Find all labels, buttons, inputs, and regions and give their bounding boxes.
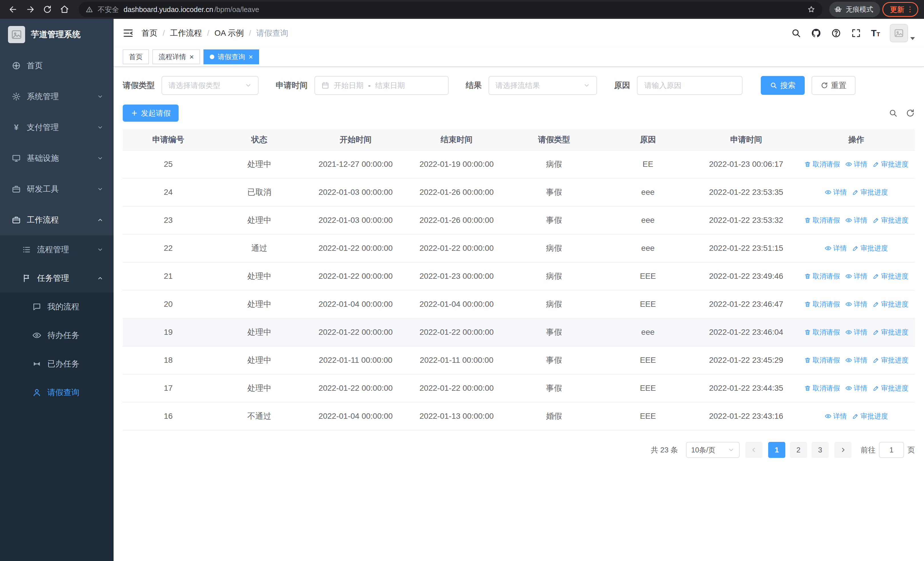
apply-time-range-picker[interactable]: 开始日期 - 结束日期 — [315, 76, 448, 95]
font-size-icon: TT — [871, 29, 880, 38]
cell-start-time: 2022-01-03 00:00:00 — [305, 178, 406, 206]
column-header: 操作 — [798, 129, 915, 150]
detail-link[interactable]: 详情 — [845, 216, 867, 225]
cancel-leave-link[interactable]: 取消请假 — [804, 216, 840, 225]
cell-status: 处理中 — [214, 206, 305, 234]
eye-icon — [845, 273, 852, 280]
search-button[interactable]: 搜索 — [761, 76, 805, 95]
progress-link[interactable]: 审批进度 — [873, 384, 909, 393]
sidebar-item-system-mgmt[interactable]: 系统管理 — [0, 81, 114, 112]
breadcrumb-item[interactable]: 工作流程 — [170, 28, 202, 39]
sidebar-collapse-button[interactable] — [123, 28, 134, 39]
forward-button[interactable] — [23, 2, 38, 17]
fullscreen-button[interactable] — [851, 28, 861, 38]
create-leave-button[interactable]: 发起请假 — [123, 105, 178, 122]
progress-link[interactable]: 审批进度 — [852, 188, 888, 197]
tab-请假查询[interactable]: 请假查询× — [204, 50, 259, 64]
sidebar-item-done-tasks[interactable]: 已办任务 — [0, 350, 114, 378]
cancel-leave-link[interactable]: 取消请假 — [804, 384, 840, 393]
user-menu[interactable] — [890, 24, 915, 42]
page-size-select[interactable]: 10条/页 — [686, 442, 740, 458]
cell-end-time: 2022-01-22 00:00:00 — [406, 234, 507, 262]
sidebar-item-infrastructure[interactable]: 基础设施 — [0, 143, 114, 174]
cell-end-time: 2022-01-11 00:00:00 — [406, 346, 507, 374]
show-search-button[interactable] — [889, 108, 898, 118]
chevron-down-icon — [583, 82, 590, 89]
sidebar-item-workflow[interactable]: 工作流程 — [0, 205, 114, 235]
op-label: 审批进度 — [861, 188, 888, 197]
refresh-table-button[interactable] — [906, 108, 915, 118]
progress-link[interactable]: 审批进度 — [873, 272, 909, 281]
github-button[interactable] — [811, 28, 821, 38]
cancel-leave-link[interactable]: 取消请假 — [804, 328, 840, 337]
cell-reason: eee — [601, 234, 695, 262]
sidebar-item-task-mgmt[interactable]: 任务管理 — [0, 264, 114, 292]
progress-link[interactable]: 审批进度 — [852, 412, 888, 421]
cancel-leave-link[interactable]: 取消请假 — [804, 300, 840, 309]
detail-link[interactable]: 详情 — [845, 160, 867, 169]
detail-link[interactable]: 详情 — [825, 188, 847, 197]
reason-input[interactable] — [637, 76, 742, 95]
browser-chrome: 不安全 dashboard.yudao.iocoder.cn/bpm/oa/le… — [0, 0, 924, 19]
cancel-leave-link[interactable]: 取消请假 — [804, 272, 840, 281]
back-button[interactable] — [6, 2, 21, 17]
home-button[interactable] — [57, 2, 72, 17]
update-button[interactable]: 更新 — [882, 2, 918, 17]
sidebar-item-home[interactable]: 首页 — [0, 50, 114, 81]
page-button-2[interactable]: 2 — [790, 442, 807, 458]
cancel-leave-link[interactable]: 取消请假 — [804, 160, 840, 169]
help-button[interactable] — [831, 28, 841, 38]
page-button-3[interactable]: 3 — [812, 442, 829, 458]
close-icon[interactable]: × — [189, 53, 194, 60]
goto-page-input[interactable] — [879, 442, 904, 458]
app-logo[interactable]: 芋道管理系统 — [0, 19, 114, 50]
bookmark-star-icon[interactable] — [807, 5, 816, 14]
sidebar-item-dev-tools[interactable]: 研发工具 — [0, 174, 114, 205]
detail-link[interactable]: 详情 — [825, 412, 847, 421]
close-icon[interactable]: × — [249, 53, 253, 60]
tab-流程详情[interactable]: 流程详情× — [152, 50, 200, 64]
breadcrumb-item[interactable]: OA 示例 — [214, 28, 244, 39]
progress-link[interactable]: 审批进度 — [873, 356, 909, 365]
tab-首页[interactable]: 首页 — [123, 50, 149, 64]
page-button-1[interactable]: 1 — [768, 442, 785, 458]
sidebar-item-payment-mgmt[interactable]: ¥支付管理 — [0, 112, 114, 143]
detail-link[interactable]: 详情 — [845, 300, 867, 309]
progress-link[interactable]: 审批进度 — [873, 328, 909, 337]
cancel-leave-link[interactable]: 取消请假 — [804, 356, 840, 365]
detail-link[interactable]: 详情 — [845, 272, 867, 281]
prev-page-button[interactable] — [746, 442, 762, 458]
header-search-button[interactable] — [791, 28, 801, 38]
sidebar-item-process-mgmt[interactable]: 流程管理 — [0, 235, 114, 264]
sidebar-item-my-processes[interactable]: 我的流程 — [0, 292, 114, 321]
url-bar[interactable]: 不安全 dashboard.yudao.iocoder.cn/bpm/oa/le… — [79, 2, 822, 17]
cell-status: 处理中 — [214, 346, 305, 374]
detail-link[interactable]: 详情 — [845, 328, 867, 337]
next-page-button[interactable] — [834, 442, 852, 458]
eye-icon — [845, 301, 852, 308]
reload-button[interactable] — [40, 2, 55, 17]
progress-link[interactable]: 审批进度 — [873, 300, 909, 309]
table-row: 18处理中2022-01-11 00:00:002022-01-11 00:00… — [123, 346, 915, 374]
breadcrumb-item[interactable]: 首页 — [141, 28, 158, 39]
reset-button[interactable]: 重置 — [812, 76, 855, 95]
detail-link[interactable]: 详情 — [825, 244, 847, 253]
sidebar-item-leave-query[interactable]: 请假查询 — [0, 378, 114, 407]
detail-link[interactable]: 详情 — [845, 384, 867, 393]
progress-link[interactable]: 审批进度 — [852, 244, 888, 253]
result-select[interactable]: 请选择流结果 — [489, 76, 597, 95]
table-header-row: 申请编号状态开始时间结束时间请假类型原因申请时间操作 — [123, 129, 915, 150]
table-row: 25处理中2021-12-27 00:00:002022-01-19 00:00… — [123, 150, 915, 178]
progress-link[interactable]: 审批进度 — [873, 216, 909, 225]
cell-start-time: 2022-01-04 00:00:00 — [305, 290, 406, 318]
dashboard-icon — [11, 61, 21, 71]
table-row: 19处理中2022-01-22 00:00:002022-01-22 00:00… — [123, 318, 915, 346]
table-row: 24已取消2022-01-03 00:00:002022-01-26 00:00… — [123, 178, 915, 206]
detail-link[interactable]: 详情 — [845, 356, 867, 365]
fullscreen-icon — [851, 28, 861, 38]
font-size-button[interactable]: TT — [871, 29, 880, 38]
sidebar-item-todo-tasks[interactable]: 待办任务 — [0, 321, 114, 350]
leave-type-select[interactable]: 请选择请假类型 — [162, 76, 258, 95]
kebab-menu-icon[interactable] — [906, 5, 914, 14]
progress-link[interactable]: 审批进度 — [873, 160, 909, 169]
